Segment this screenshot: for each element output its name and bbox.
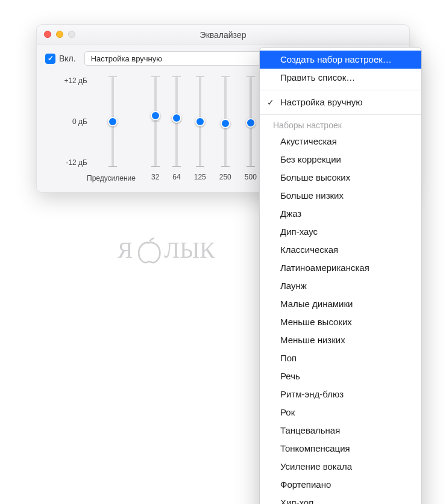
menu-item-manual[interactable]: Настройка вручную bbox=[260, 93, 421, 111]
menu-item-edit-list[interactable]: Править список… bbox=[260, 69, 421, 87]
menu-item-preset[interactable]: Больше низких bbox=[260, 187, 421, 205]
menu-item-preset[interactable]: Меньше низких bbox=[260, 331, 421, 349]
menu-item-preset[interactable]: Танцевальная bbox=[260, 422, 421, 440]
menu-item-preset[interactable]: Ритм-энд-блюз bbox=[260, 385, 421, 403]
checkbox-icon bbox=[45, 54, 55, 64]
close-icon[interactable] bbox=[44, 31, 51, 38]
menu-item-preset[interactable]: Джаз bbox=[260, 205, 421, 223]
menu-item-preset[interactable]: Латиноамериканская bbox=[260, 259, 421, 277]
slider-thumb[interactable] bbox=[108, 117, 118, 126]
band-slider[interactable]: 500 bbox=[245, 76, 257, 181]
band-hz-label: 64 bbox=[172, 173, 180, 181]
band-slider[interactable]: 250 bbox=[219, 76, 231, 181]
slider-thumb[interactable] bbox=[195, 117, 205, 126]
watermark-text-left: Я bbox=[118, 237, 133, 263]
slider-thumb[interactable] bbox=[221, 119, 230, 128]
menu-item-preset[interactable]: Усиление вокала bbox=[260, 458, 421, 476]
menu-item-preset[interactable]: Меньше высоких bbox=[260, 313, 421, 331]
db-scale-labels: +12 дБ 0 дБ -12 дБ bbox=[51, 76, 87, 167]
db-minus-label: -12 дБ bbox=[51, 158, 87, 167]
menu-section-header: Наборы настроек bbox=[260, 118, 421, 132]
menu-item-preset[interactable]: Дип-хаус bbox=[260, 223, 421, 241]
menu-item-preset[interactable]: Хип-хоп bbox=[260, 494, 421, 504]
titlebar[interactable]: Эквалайзер bbox=[37, 25, 409, 45]
band-slider[interactable]: 64 bbox=[172, 76, 180, 181]
db-zero-label: 0 дБ bbox=[51, 117, 87, 126]
band-hz-label: 250 bbox=[219, 173, 231, 181]
menu-item-preset[interactable]: Классическая bbox=[260, 241, 421, 259]
preset-dropdown-menu: Создать набор настроек… Править список… … bbox=[259, 47, 422, 504]
apple-icon bbox=[135, 235, 162, 265]
watermark-text-right: ЛЫК bbox=[164, 237, 215, 263]
menu-item-preset[interactable]: Тонкомпенсация bbox=[260, 440, 421, 458]
band-hz-label: 125 bbox=[194, 173, 206, 181]
menu-item-create-preset[interactable]: Создать набор настроек… bbox=[260, 51, 421, 69]
band-hz-label: 32 bbox=[151, 173, 159, 181]
zoom-icon[interactable] bbox=[68, 31, 75, 38]
db-plus-label: +12 дБ bbox=[51, 76, 87, 85]
minimize-icon[interactable] bbox=[56, 31, 63, 38]
menu-item-preset[interactable]: Акустическая bbox=[260, 132, 421, 151]
menu-item-preset[interactable]: Поп bbox=[260, 349, 421, 367]
menu-separator bbox=[260, 90, 421, 90]
menu-item-preset[interactable]: Больше высоких bbox=[260, 169, 421, 187]
preamp-column: +12 дБ 0 дБ -12 дБ Предусиление bbox=[50, 74, 140, 181]
menu-item-preset[interactable]: Лаунж bbox=[260, 277, 421, 295]
enable-eq-checkbox[interactable]: Вкл. bbox=[45, 54, 76, 64]
preamp-slider[interactable] bbox=[109, 76, 116, 167]
menu-item-preset[interactable]: Малые динамики bbox=[260, 295, 421, 313]
band-hz-label: 500 bbox=[245, 173, 257, 181]
band-slider[interactable]: 32 bbox=[151, 76, 159, 181]
preamp-label: Предусиление bbox=[87, 174, 136, 182]
window-title: Эквалайзер bbox=[200, 30, 247, 40]
menu-item-preset[interactable]: Рок bbox=[260, 403, 421, 422]
window-controls bbox=[44, 31, 75, 38]
preset-selected-label: Настройка вручную bbox=[91, 54, 162, 63]
watermark: Я ЛЫК bbox=[118, 235, 215, 265]
menu-item-preset[interactable]: Речь bbox=[260, 367, 421, 385]
slider-thumb[interactable] bbox=[151, 111, 160, 120]
menu-separator bbox=[260, 114, 421, 115]
slider-thumb[interactable] bbox=[172, 113, 181, 123]
band-slider[interactable]: 125 bbox=[194, 76, 206, 181]
menu-item-preset[interactable]: Фортепиано bbox=[260, 476, 421, 494]
slider-thumb[interactable] bbox=[246, 118, 256, 128]
menu-item-preset[interactable]: Без коррекции bbox=[260, 151, 421, 169]
enable-eq-label: Вкл. bbox=[59, 54, 76, 63]
